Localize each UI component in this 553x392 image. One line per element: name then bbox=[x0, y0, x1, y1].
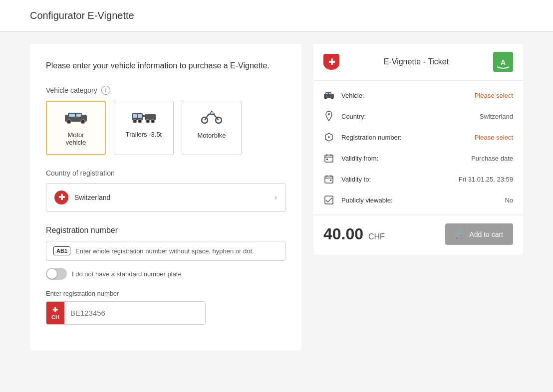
reg-number-input[interactable] bbox=[64, 302, 205, 324]
vehicle-category-label: Vehicle category bbox=[46, 86, 97, 94]
reg-hint-text: Enter whole registration number without … bbox=[75, 247, 254, 255]
svg-rect-17 bbox=[211, 112, 214, 114]
country-name: Switzerland bbox=[74, 194, 269, 201]
reg-prefix-box: ✚ CH bbox=[46, 302, 64, 324]
svg-point-9 bbox=[133, 120, 137, 123]
standard-plate-toggle[interactable] bbox=[46, 268, 67, 280]
ticket-row-validity-from: Validity from: Purchase date bbox=[313, 148, 523, 169]
chevron-right-icon: › bbox=[275, 193, 277, 202]
reg-input-section: Enter registration number ✚ CH bbox=[46, 290, 285, 325]
price-amount: 40.00 bbox=[323, 225, 363, 243]
swiss-shield-icon: ✚ bbox=[323, 54, 339, 70]
vehicle-card-motor[interactable]: Motor vehicle bbox=[46, 101, 106, 155]
price-currency: CHF bbox=[368, 232, 385, 241]
svg-point-5 bbox=[81, 120, 85, 124]
public-row-icon bbox=[323, 195, 334, 205]
vehicle-category-section: Vehicle category i bbox=[46, 86, 285, 95]
svg-rect-22 bbox=[326, 93, 328, 94]
svg-point-26 bbox=[328, 113, 330, 115]
reg-input-wrapper: ✚ CH bbox=[46, 301, 206, 325]
cart-icon: 🛒 bbox=[455, 229, 465, 239]
validity-to-value: Fri 31.01.25, 23:59 bbox=[459, 176, 513, 183]
ticket-rows: Vehicle: Please select Country: Switzerl… bbox=[313, 81, 523, 214]
toggle-row: I do not have a standard number plate bbox=[46, 268, 285, 280]
ticket-row-country: Country: Switzerland bbox=[313, 106, 523, 127]
plate-icon: AB1 bbox=[53, 246, 70, 255]
country-label: Country of registration bbox=[46, 169, 285, 177]
country-row-icon bbox=[323, 111, 334, 122]
reg-input-label: Enter registration number bbox=[46, 290, 285, 297]
vehicle-row-icon bbox=[323, 90, 334, 101]
add-to-cart-button[interactable]: 🛒 Add to cart bbox=[445, 223, 513, 245]
validity-to-icon bbox=[323, 174, 334, 185]
svg-rect-8 bbox=[138, 114, 142, 118]
ticket-row-vehicle: Vehicle: Please select bbox=[313, 85, 523, 106]
ticket-row-validity-to: Validity to: Fri 31.01.25, 23:59 bbox=[313, 169, 523, 190]
ticket-row-public: Publicly viewable: No bbox=[313, 190, 523, 210]
svg-rect-32 bbox=[325, 176, 333, 183]
validity-to-label: Validity to: bbox=[341, 176, 452, 183]
reg-prefix-cross-icon: ✚ bbox=[52, 306, 58, 314]
motorbike-label: Motorbike bbox=[197, 132, 226, 139]
ticket-header: ✚ E-Vignette - Ticket A bbox=[313, 44, 523, 80]
validity-from-value: Purchase date bbox=[471, 155, 513, 162]
public-row-label: Publicly viewable: bbox=[341, 196, 498, 204]
page-content: Please enter your vehicle information to… bbox=[0, 32, 553, 363]
intro-text: Please enter your vehicle information to… bbox=[46, 60, 285, 72]
svg-rect-31 bbox=[326, 159, 328, 160]
price-display: 40.00 CHF bbox=[323, 225, 385, 243]
swiss-cross-icon: ✚ bbox=[58, 194, 65, 201]
svg-point-14 bbox=[151, 120, 155, 123]
ticket-row-reg: Registration number: Please select bbox=[313, 127, 523, 148]
country-section: Country of registration ✚ Switzerland › bbox=[46, 169, 285, 212]
validity-from-label: Validity from: bbox=[341, 155, 464, 162]
left-panel: Please enter your vehicle information to… bbox=[30, 44, 301, 351]
reg-row-icon bbox=[323, 132, 334, 143]
vehicle-card-motorbike[interactable]: Motorbike bbox=[182, 101, 242, 155]
vehicle-row-label: Vehicle: bbox=[341, 92, 468, 99]
public-row-value: No bbox=[505, 196, 513, 204]
svg-point-24 bbox=[324, 97, 327, 99]
swiss-flag: ✚ bbox=[54, 191, 68, 204]
svg-rect-2 bbox=[69, 114, 75, 117]
info-icon[interactable]: i bbox=[101, 86, 110, 95]
motor-vehicle-icon bbox=[64, 110, 88, 126]
validity-from-icon bbox=[323, 153, 334, 164]
toggle-label: I do not have a standard number plate bbox=[72, 270, 182, 278]
reg-section-title: Registration number bbox=[46, 226, 285, 235]
svg-rect-36 bbox=[330, 180, 331, 181]
reg-prefix-ch: CH bbox=[51, 314, 59, 320]
svg-rect-23 bbox=[329, 93, 331, 94]
price-section: 40.00 CHF 🛒 Add to cart bbox=[313, 215, 523, 255]
ticket-title: E-Vignette - Ticket bbox=[339, 57, 493, 66]
svg-rect-12 bbox=[145, 114, 156, 120]
page-title: Configurator E-Vignette bbox=[30, 10, 523, 21]
svg-point-25 bbox=[331, 97, 333, 99]
reg-row-label: Registration number: bbox=[341, 134, 468, 141]
vehicle-row-value: Please select bbox=[475, 92, 513, 99]
motor-vehicle-label: Motor vehicle bbox=[57, 131, 95, 146]
page-header: Configurator E-Vignette bbox=[0, 0, 553, 32]
country-selector[interactable]: ✚ Switzerland › bbox=[46, 183, 285, 212]
svg-point-4 bbox=[67, 120, 71, 124]
svg-point-13 bbox=[146, 120, 150, 123]
country-row-label: Country: bbox=[341, 113, 473, 120]
svg-rect-7 bbox=[133, 114, 137, 118]
registration-section: Registration number AB1 Enter whole regi… bbox=[46, 226, 285, 325]
vehicle-cards: Motor vehicle Trailer bbox=[46, 101, 285, 155]
trailer-label: Trailers -3.5t bbox=[126, 131, 162, 138]
svg-point-10 bbox=[138, 120, 142, 123]
right-panel: ✚ E-Vignette - Ticket A bbox=[313, 44, 523, 255]
reg-row-value: Please select bbox=[475, 134, 513, 141]
country-row-value: Switzerland bbox=[480, 113, 513, 120]
svg-rect-11 bbox=[143, 115, 145, 117]
svg-text:A: A bbox=[501, 58, 506, 66]
vignette-logo-icon: A bbox=[493, 52, 513, 72]
trailer-icon bbox=[131, 109, 157, 126]
reg-hint-box: AB1 Enter whole registration number with… bbox=[46, 241, 285, 261]
motorbike-icon bbox=[201, 109, 223, 127]
add-to-cart-label: Add to cart bbox=[469, 230, 503, 238]
svg-rect-3 bbox=[76, 114, 81, 117]
svg-rect-27 bbox=[325, 155, 333, 162]
vehicle-card-trailer[interactable]: Trailers -3.5t bbox=[114, 101, 174, 155]
